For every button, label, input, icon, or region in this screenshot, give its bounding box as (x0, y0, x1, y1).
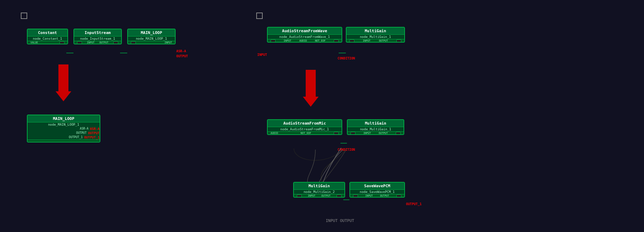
node-savewavepcm: SaveWavePCM node_SaveWavePCM_1 INPUT OUT… (349, 182, 405, 198)
multigain2-subtitle: node_MultiGain_2 (294, 190, 344, 194)
mainloop-top-asra-label: ASR-A (176, 49, 186, 53)
node-multigain-mid: MultiGain node_MultiGain_1 INPUT OUTPUT (347, 119, 404, 135)
mainloop-top-output-label: OUTPUT (176, 54, 188, 58)
multigain-top-subtitle: node_MultiGain_1 (347, 35, 404, 39)
mainloop-bottom-output-red: OUTPUT (88, 131, 100, 135)
left-arrow-head (56, 91, 71, 101)
audiostreamfrommic-conn-right (334, 132, 339, 135)
constant-port-value: VALUE (30, 41, 38, 44)
audiostreamfrommic-port-noteof: NOT_EOF (301, 132, 311, 135)
node-audiostreamfromwave: AudioStreamFromWave node_AudioStreamFrom… (267, 27, 342, 43)
node-mainloop-bottom-row1: ASR-A ASR-A (28, 127, 100, 131)
node-mainloop-top-title: MAIN_LOOP (128, 29, 175, 37)
multigain2-port-output: OUTPUT (321, 194, 330, 197)
audiostreamfrommic-subtitle: node_AudioStreamFromMic_1 (268, 127, 342, 131)
audiostreamfromwave-port-noteof: NOT_EOF (315, 39, 326, 42)
multigain-mid-title: MultiGain (348, 120, 404, 127)
node-inputstream: InputStream node_InputStream_1 INPUT OUT… (73, 29, 122, 44)
mainloop-bottom-asra-red: ASR-A (90, 127, 100, 131)
node-mainloop-bottom-row2: OUTPUT OUTPUT (28, 131, 100, 135)
inputstream-conn-right (113, 41, 118, 44)
node-mainloop-top-subtitle: node_MAIN_LOOP_1 (128, 37, 175, 41)
multigain-mid-ports: INPUT OUTPUT (348, 131, 404, 134)
node-mainloop-top: MAIN_LOOP node_MAIN_LOOP_1 INPUT (127, 29, 176, 44)
savewavepcm-ports: INPUT OUTPUT (350, 194, 404, 197)
condition-label-bottom: CONDITION (338, 148, 355, 151)
audiostreamfromwave-conn-left (271, 39, 276, 42)
right-diagram-checkbox[interactable] (256, 13, 263, 19)
audiostreamfromwave-port-audio: AUDIO (299, 39, 307, 42)
multigain2-title: MultiGain (294, 183, 344, 190)
node-constant: Constant node_Constant_1 VALUE (27, 29, 68, 44)
multigain2-ports: INPUT OUTPUT (294, 194, 344, 197)
multigain-top-conn-right (396, 39, 401, 42)
constant-connector (59, 41, 65, 44)
multigain-mid-port-input: INPUT (363, 132, 371, 135)
audiostreamfrommic-port-audio: AUDIO (271, 132, 278, 135)
node-inputstream-title: InputStream (74, 29, 121, 37)
inputstream-port-output: OUTPUT (99, 41, 108, 44)
node-constant-title: Constant (28, 29, 67, 37)
node-constant-ports: VALUE (28, 41, 67, 44)
mainloop-bottom-output1-red: OUTPUT_1 (84, 136, 100, 139)
node-constant-subtitle: node_Constant_1 (28, 37, 67, 41)
multigain2-conn-left (297, 194, 302, 197)
savewavepcm-port-input: INPUT (365, 194, 373, 197)
node-inputstream-ports: INPUT OUTPUT (74, 41, 121, 44)
left-red-arrow (56, 64, 71, 101)
audiostreamfromwave-ports: INPUT AUDIO NOT_EOF (268, 39, 342, 42)
node-mainloop-bottom-row3: OUTPUT_1 OUTPUT_1 (28, 135, 100, 140)
multigain-top-title: MultiGain (347, 28, 404, 35)
mainloop-bottom-output-port: OUTPUT (29, 131, 86, 135)
audiostreamfrommic-title: AudioStreamFromMic (268, 120, 342, 127)
right-red-arrow (303, 70, 319, 107)
multigain2-conn-right (337, 194, 342, 197)
multigain-top-port-input: INPUT (363, 39, 371, 42)
node-mainloop-bottom-portbar (28, 140, 100, 142)
right-arrow-shaft (306, 70, 316, 97)
node-mainloop-bottom-subtitle: node_MAIN_LOOP_1 (28, 122, 100, 127)
condition-label-top: CONDITION (338, 57, 355, 60)
right-arrow-head (303, 97, 319, 107)
multigain-top-conn-left (349, 39, 354, 42)
audiostreamfromwave-port-input: INPUT (284, 39, 291, 42)
node-multigain-top: MultiGain node_MultiGain_1 INPUT OUTPUT (346, 27, 405, 43)
main-canvas: Constant node_Constant_1 VALUE InputStre… (0, 0, 644, 232)
audiostreamfromwave-title: AudioStreamFromWave (268, 28, 342, 35)
multigain-mid-conn-right (396, 132, 401, 135)
multigain-mid-conn-left (350, 132, 356, 135)
inputstream-conn-left (77, 41, 82, 44)
multigain-top-port-output: OUTPUT (379, 39, 388, 42)
savewavepcm-conn-left (353, 194, 358, 197)
inputstream-port-input: INPUT (87, 41, 95, 44)
node-multigain2: MultiGain node_MultiGain_2 INPUT OUTPUT (293, 182, 345, 198)
bottom-io-label: INPUT OUTPUT (326, 218, 354, 223)
multigain-top-ports: INPUT OUTPUT (347, 39, 404, 42)
mainloop-top-port-input: INPUT (164, 41, 172, 44)
right-input-label: INPUT (257, 53, 267, 57)
node-mainloop-bottom: MAIN_LOOP node_MAIN_LOOP_1 ASR-A ASR-A O… (27, 115, 100, 142)
savewavepcm-conn-right (396, 194, 401, 197)
node-mainloop-top-ports: INPUT (128, 41, 175, 44)
node-audiostreamfrommic: AudioStreamFromMic node_AudioStreamFromM… (267, 119, 342, 135)
node-inputstream-subtitle: node_InputStream_1 (74, 37, 121, 41)
multigain2-port-input: INPUT (308, 194, 315, 197)
mainloop-bottom-output1-port: OUTPUT_1 (29, 136, 83, 139)
audiostreamfromwave-conn-right (334, 39, 339, 42)
savewavepcm-output1-label: OUTPUT_1 (406, 202, 421, 206)
left-arrow-shaft (58, 64, 68, 91)
left-diagram-checkbox[interactable] (21, 13, 27, 19)
multigain-mid-subtitle: node_MultiGain_1 (348, 127, 404, 131)
node-mainloop-bottom-title: MAIN_LOOP (28, 115, 100, 122)
audiostreamfromwave-subtitle: node_AudioStreamFromWave_1 (268, 35, 342, 39)
savewavepcm-subtitle: node_SaveWavePCM_1 (350, 190, 404, 194)
multigain-mid-port-output: OUTPUT (379, 132, 388, 135)
audiostreamfrommic-ports: AUDIO NOT_EOF (268, 131, 342, 134)
mainloop-top-conn-left (131, 41, 136, 44)
savewavepcm-title: SaveWavePCM (350, 183, 404, 190)
savewavepcm-port-output: OUTPUT (380, 194, 389, 197)
mainloop-bottom-asra-port: ASR-A (29, 127, 89, 131)
